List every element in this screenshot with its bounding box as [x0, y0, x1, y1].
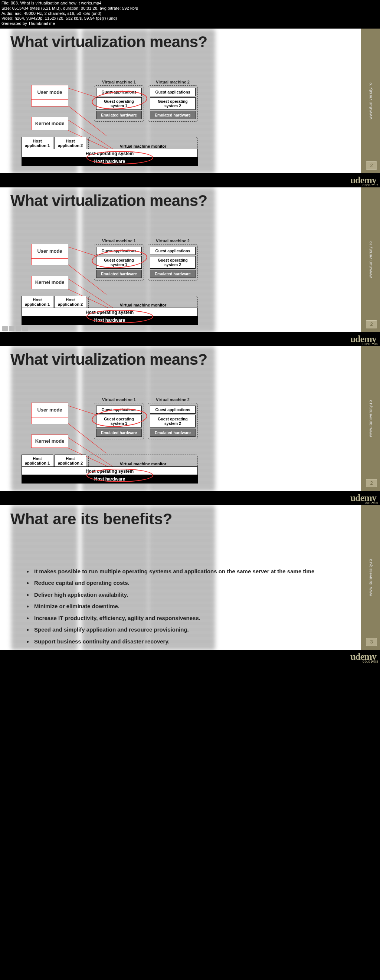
brand-row: udemy 00:00:35 — [0, 332, 380, 346]
meta-file: File: 003. What is virtualisation and ho… — [2, 1, 378, 6]
next-icon[interactable] — [22, 326, 28, 331]
host-app-2: Host application 2 — [54, 296, 86, 309]
benefit-item: Support business continuity and disaster… — [33, 638, 347, 646]
vmm-box: Virtual machine monitor — [88, 137, 198, 150]
virtualization-diagram: User mode Kernel mode Virtual machine 1 … — [22, 73, 198, 162]
slide-sidebar: www.ituniversity.ro 2 — [361, 346, 380, 491]
highlighter-icon[interactable] — [9, 326, 14, 331]
vm2-guest-os: Guest operating system 2 — [150, 415, 196, 428]
virtualization-diagram: User mode Kernel mode Virtual machine 1 … — [22, 391, 198, 480]
vm2-column: Virtual machine 2 Guest applications Gue… — [148, 403, 198, 439]
benefit-item: Increase IT productivity, efficiency, ag… — [33, 614, 347, 623]
page-number-badge: 2 — [366, 320, 377, 328]
virtualization-diagram: User mode Kernel mode Virtual machine 1 … — [22, 232, 198, 321]
presenter-toolbar — [2, 326, 28, 331]
meta-video: Video: h264, yuv420p, 1152x720, 532 kb/s… — [2, 16, 378, 21]
user-mode-sub-box — [31, 259, 68, 265]
pen-icon[interactable] — [2, 326, 8, 331]
vm2-guest-apps: Guest applications — [150, 247, 196, 255]
user-mode-box: User mode — [31, 402, 68, 417]
slide-area: What virtualization means? User mode Ker… — [0, 29, 380, 173]
user-mode-box: User mode — [31, 244, 68, 259]
vmm-box: Virtual machine monitor — [88, 455, 198, 468]
brand-row: udemy 00:01:08 — [0, 650, 380, 664]
meta-size: Size: 6513434 bytes (6.21 MiB), duration… — [2, 6, 378, 11]
vm1-title: Virtual machine 1 — [94, 80, 144, 84]
host-apps-row: Host application 1 Host application 2 Vi… — [22, 137, 198, 150]
slide-title: What are its benefits? — [10, 510, 172, 528]
benefit-item: Deliver high application availability. — [33, 591, 347, 599]
meta-audio: Audio: aac, 48000 Hz, 2 channels, s16, 5… — [2, 11, 378, 16]
page-number-badge: 2 — [366, 161, 377, 170]
thumbnail-timestamp: 00:00:5 — [365, 501, 378, 505]
thumbnail-1: What virtualization means? User mode Ker… — [0, 29, 380, 188]
slide-area: What virtualization means? User mode Ker… — [0, 188, 380, 332]
sidebar-domain: www.ituniversity.ro — [368, 400, 372, 437]
slide-title: What virtualization means? — [10, 192, 207, 210]
host-app-2: Host application 2 — [54, 137, 86, 150]
host-apps-row: Host application 1 Host application 2 Vi… — [22, 455, 198, 468]
host-apps-row: Host application 1 Host application 2 Vi… — [22, 296, 198, 309]
vm2-column: Virtual machine 2 Guest applications Gue… — [148, 244, 198, 280]
highlight-ellipse-host — [86, 310, 153, 323]
vm2-column: Virtual machine 2 Guest applications Gue… — [148, 85, 198, 122]
meta-generator: Generated by Thumbnail me — [2, 21, 378, 26]
vm2-guest-apps: Guest applications — [150, 406, 196, 414]
vm2-guest-os: Guest operating system 2 — [150, 97, 196, 110]
vm2-guest-os: Guest operating system 2 — [150, 256, 196, 269]
slide-title: What virtualization means? — [10, 33, 207, 51]
benefit-item: Reduce capital and operating costs. — [33, 579, 347, 587]
vm1-emulated-hw: Emulated hardware — [96, 111, 142, 119]
user-mode-sub-box — [31, 100, 68, 107]
highlight-ellipse-host — [86, 469, 153, 482]
slide-area: What are its benefits? It makes possible… — [0, 505, 380, 650]
host-app-1: Host application 1 — [22, 455, 53, 468]
vm2-emulated-hw: Emulated hardware — [150, 270, 196, 278]
benefit-item: It makes possible to run multiple operat… — [33, 567, 347, 576]
thumbnail-2: What virtualization means? User mode Ker… — [0, 188, 380, 346]
benefit-item: Speed and simplify application and resou… — [33, 626, 347, 634]
slide-sidebar: www.ituniversity.ro 2 — [361, 29, 380, 173]
thumbnail-timestamp: 00:00:17 — [363, 183, 378, 187]
brand-row: udemy 00:00:5 — [0, 491, 380, 505]
user-mode-box: User mode — [31, 85, 68, 100]
host-app-1: Host application 1 — [22, 296, 53, 309]
thumbnail-3: What virtualization means? User mode Ker… — [0, 346, 380, 505]
thumbnail-timestamp: 00:00:35 — [363, 342, 378, 346]
user-mode-sub-box — [31, 417, 68, 424]
sidebar-domain: www.ituniversity.ro — [368, 83, 372, 119]
slide-sidebar: www.ituniversity.ro 2 — [361, 188, 380, 332]
vm2-title: Virtual machine 2 — [148, 239, 197, 243]
brand-row: udemy 00:00:17 — [0, 173, 380, 188]
host-app-2: Host application 2 — [54, 455, 86, 468]
kernel-mode-box: Kernel mode — [31, 434, 68, 448]
vm2-emulated-hw: Emulated hardware — [150, 429, 196, 437]
sidebar-domain: www.ituniversity.ro — [368, 559, 372, 596]
page-number-badge: 2 — [366, 479, 377, 487]
sidebar-domain: www.ituniversity.ro — [368, 241, 372, 278]
slide-title: What virtualization means? — [10, 351, 207, 369]
vm1-emulated-hw: Emulated hardware — [96, 429, 142, 437]
benefit-item: Minimize or eliminate downtime. — [33, 602, 347, 611]
vm2-guest-apps: Guest applications — [150, 88, 196, 96]
slide-area: What virtualization means? User mode Ker… — [0, 346, 380, 491]
vm2-title: Virtual machine 2 — [148, 398, 197, 402]
vm1-emulated-hw: Emulated hardware — [96, 270, 142, 278]
vm1-title: Virtual machine 1 — [94, 398, 144, 402]
host-app-1: Host application 1 — [22, 137, 53, 150]
thumbnail-4: What are its benefits? It makes possible… — [0, 505, 380, 664]
vm1-title: Virtual machine 1 — [94, 239, 144, 243]
thumbnail-timestamp: 00:01:08 — [363, 660, 378, 663]
highlight-ellipse-host — [86, 151, 153, 164]
vmm-box: Virtual machine monitor — [88, 296, 198, 309]
menu-icon[interactable] — [16, 326, 21, 331]
vm2-title: Virtual machine 2 — [148, 80, 197, 84]
media-info-block: File: 003. What is virtualisation and ho… — [0, 0, 380, 29]
vm2-emulated-hw: Emulated hardware — [150, 111, 196, 119]
slide-sidebar: www.ituniversity.ro 3 — [361, 505, 380, 650]
kernel-mode-box: Kernel mode — [31, 117, 68, 130]
kernel-mode-box: Kernel mode — [31, 276, 68, 289]
page-number-badge: 3 — [366, 638, 377, 646]
benefits-list: It makes possible to run multiple operat… — [26, 567, 347, 650]
